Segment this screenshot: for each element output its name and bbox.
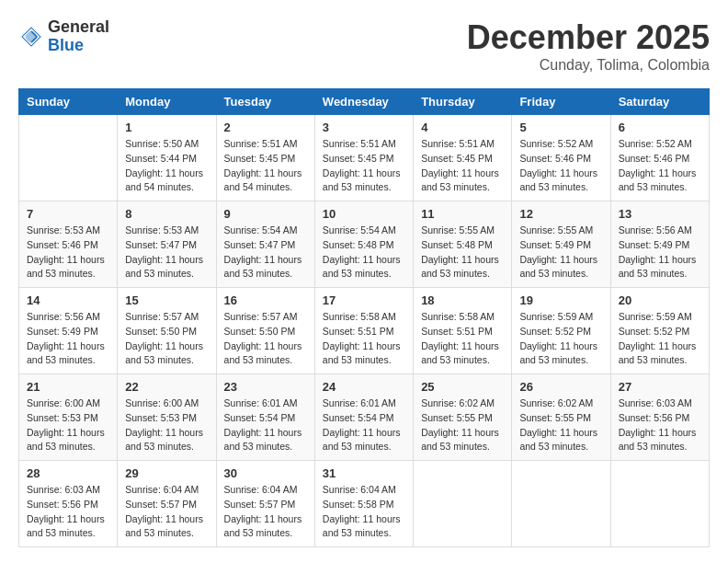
day-info: Sunrise: 5:56 AM Sunset: 5:49 PM Dayligh…: [619, 224, 701, 282]
day-number: 27: [619, 380, 701, 394]
calendar-cell: 31Sunrise: 6:04 AM Sunset: 5:58 PM Dayli…: [314, 461, 413, 547]
day-number: 30: [224, 466, 307, 480]
calendar-cell: 6Sunrise: 5:52 AM Sunset: 5:46 PM Daylig…: [610, 115, 709, 201]
day-number: 18: [421, 293, 504, 307]
day-number: 15: [125, 293, 208, 307]
day-number: 25: [421, 380, 504, 394]
logo-blue-text: Blue: [48, 37, 109, 55]
weekday-header-monday: Monday: [118, 89, 216, 115]
calendar-cell: 29Sunrise: 6:04 AM Sunset: 5:57 PM Dayli…: [118, 461, 216, 547]
day-number: 4: [421, 121, 504, 134]
week-row-3: 14Sunrise: 5:56 AM Sunset: 5:49 PM Dayli…: [19, 288, 710, 374]
calendar-cell: 12Sunrise: 5:55 AM Sunset: 5:49 PM Dayli…: [512, 201, 610, 288]
calendar-cell: 27Sunrise: 6:03 AM Sunset: 5:56 PM Dayli…: [610, 374, 709, 461]
day-number: 17: [323, 293, 405, 307]
calendar-cell: 30Sunrise: 6:04 AM Sunset: 5:57 PM Dayli…: [216, 461, 314, 547]
day-number: 5: [519, 121, 602, 134]
calendar-cell: 3Sunrise: 5:51 AM Sunset: 5:45 PM Daylig…: [314, 115, 413, 201]
calendar-cell: 9Sunrise: 5:54 AM Sunset: 5:47 PM Daylig…: [216, 201, 314, 288]
day-number: 6: [619, 121, 701, 134]
calendar-cell: 19Sunrise: 5:59 AM Sunset: 5:52 PM Dayli…: [512, 288, 610, 374]
calendar-cell: [19, 115, 118, 201]
day-info: Sunrise: 5:58 AM Sunset: 5:51 PM Dayligh…: [323, 310, 405, 368]
calendar-cell: 23Sunrise: 6:01 AM Sunset: 5:54 PM Dayli…: [216, 374, 314, 461]
day-info: Sunrise: 5:54 AM Sunset: 5:47 PM Dayligh…: [224, 224, 307, 282]
day-number: 10: [323, 207, 405, 221]
day-info: Sunrise: 5:57 AM Sunset: 5:50 PM Dayligh…: [224, 310, 307, 368]
calendar-cell: 11Sunrise: 5:55 AM Sunset: 5:48 PM Dayli…: [414, 201, 512, 288]
day-info: Sunrise: 6:02 AM Sunset: 5:55 PM Dayligh…: [519, 396, 602, 454]
day-info: Sunrise: 5:57 AM Sunset: 5:50 PM Dayligh…: [125, 310, 208, 368]
calendar-cell: 16Sunrise: 5:57 AM Sunset: 5:50 PM Dayli…: [216, 288, 314, 374]
calendar-cell: 20Sunrise: 5:59 AM Sunset: 5:52 PM Dayli…: [610, 288, 709, 374]
day-number: 19: [519, 293, 602, 307]
day-info: Sunrise: 5:53 AM Sunset: 5:46 PM Dayligh…: [27, 224, 109, 282]
weekday-header-thursday: Thursday: [414, 89, 512, 115]
weekday-header-friday: Friday: [512, 89, 610, 115]
day-number: 28: [27, 466, 109, 480]
week-row-5: 28Sunrise: 6:03 AM Sunset: 5:56 PM Dayli…: [19, 461, 710, 547]
day-info: Sunrise: 6:04 AM Sunset: 5:58 PM Dayligh…: [323, 483, 405, 541]
day-number: 11: [421, 207, 504, 221]
day-number: 12: [519, 207, 602, 221]
calendar-cell: 17Sunrise: 5:58 AM Sunset: 5:51 PM Dayli…: [314, 288, 413, 374]
day-number: 23: [224, 380, 307, 394]
day-number: 20: [619, 293, 701, 307]
day-number: 24: [323, 380, 405, 394]
calendar-cell: 13Sunrise: 5:56 AM Sunset: 5:49 PM Dayli…: [610, 201, 709, 288]
day-number: 14: [27, 293, 109, 307]
calendar-cell: 8Sunrise: 5:53 AM Sunset: 5:47 PM Daylig…: [118, 201, 216, 288]
week-row-4: 21Sunrise: 6:00 AM Sunset: 5:53 PM Dayli…: [19, 374, 710, 461]
day-number: 31: [323, 466, 405, 480]
day-info: Sunrise: 6:00 AM Sunset: 5:53 PM Dayligh…: [125, 396, 208, 454]
day-number: 16: [224, 293, 307, 307]
calendar-table: SundayMondayTuesdayWednesdayThursdayFrid…: [18, 88, 710, 547]
day-info: Sunrise: 6:03 AM Sunset: 5:56 PM Dayligh…: [619, 396, 701, 454]
day-info: Sunrise: 6:00 AM Sunset: 5:53 PM Dayligh…: [27, 396, 109, 454]
day-number: 2: [224, 121, 307, 134]
calendar-cell: 1Sunrise: 5:50 AM Sunset: 5:44 PM Daylig…: [118, 115, 216, 201]
title-section: December 2025 Cunday, Tolima, Colombia: [467, 18, 710, 74]
day-info: Sunrise: 5:51 AM Sunset: 5:45 PM Dayligh…: [323, 137, 405, 195]
header: General Blue December 2025 Cunday, Tolim…: [18, 18, 710, 74]
calendar-cell: 4Sunrise: 5:51 AM Sunset: 5:45 PM Daylig…: [414, 115, 512, 201]
calendar-cell: 14Sunrise: 5:56 AM Sunset: 5:49 PM Dayli…: [19, 288, 118, 374]
day-info: Sunrise: 5:53 AM Sunset: 5:47 PM Dayligh…: [125, 224, 208, 282]
weekday-header-wednesday: Wednesday: [314, 89, 413, 115]
calendar-cell: [610, 461, 709, 547]
weekday-header-saturday: Saturday: [610, 89, 709, 115]
day-number: 1: [125, 121, 208, 134]
day-info: Sunrise: 6:01 AM Sunset: 5:54 PM Dayligh…: [224, 396, 307, 454]
day-number: 26: [519, 380, 602, 394]
location-title: Cunday, Tolima, Colombia: [467, 57, 710, 74]
day-info: Sunrise: 6:03 AM Sunset: 5:56 PM Dayligh…: [27, 483, 109, 541]
day-info: Sunrise: 5:55 AM Sunset: 5:49 PM Dayligh…: [519, 224, 602, 282]
day-info: Sunrise: 5:58 AM Sunset: 5:51 PM Dayligh…: [421, 310, 504, 368]
calendar-cell: 5Sunrise: 5:52 AM Sunset: 5:46 PM Daylig…: [512, 115, 610, 201]
weekday-header-row: SundayMondayTuesdayWednesdayThursdayFrid…: [19, 89, 710, 115]
day-info: Sunrise: 6:02 AM Sunset: 5:55 PM Dayligh…: [421, 396, 504, 454]
day-info: Sunrise: 5:51 AM Sunset: 5:45 PM Dayligh…: [421, 137, 504, 195]
logo: General Blue: [18, 18, 109, 55]
calendar-cell: 2Sunrise: 5:51 AM Sunset: 5:45 PM Daylig…: [216, 115, 314, 201]
day-info: Sunrise: 6:04 AM Sunset: 5:57 PM Dayligh…: [125, 483, 208, 541]
calendar-cell: 26Sunrise: 6:02 AM Sunset: 5:55 PM Dayli…: [512, 374, 610, 461]
calendar-cell: 24Sunrise: 6:01 AM Sunset: 5:54 PM Dayli…: [314, 374, 413, 461]
day-info: Sunrise: 5:54 AM Sunset: 5:48 PM Dayligh…: [323, 224, 405, 282]
day-number: 21: [27, 380, 109, 394]
day-number: 22: [125, 380, 208, 394]
day-info: Sunrise: 5:52 AM Sunset: 5:46 PM Dayligh…: [519, 137, 602, 195]
calendar-cell: 28Sunrise: 6:03 AM Sunset: 5:56 PM Dayli…: [19, 461, 118, 547]
month-title: December 2025: [467, 18, 710, 57]
calendar-cell: 15Sunrise: 5:57 AM Sunset: 5:50 PM Dayli…: [118, 288, 216, 374]
calendar-cell: [414, 461, 512, 547]
day-info: Sunrise: 6:04 AM Sunset: 5:57 PM Dayligh…: [224, 483, 307, 541]
day-info: Sunrise: 6:01 AM Sunset: 5:54 PM Dayligh…: [323, 396, 405, 454]
day-number: 29: [125, 466, 208, 480]
day-number: 8: [125, 207, 208, 221]
week-row-2: 7Sunrise: 5:53 AM Sunset: 5:46 PM Daylig…: [19, 201, 710, 288]
weekday-header-sunday: Sunday: [19, 89, 118, 115]
day-number: 9: [224, 207, 307, 221]
day-info: Sunrise: 5:50 AM Sunset: 5:44 PM Dayligh…: [125, 137, 208, 195]
day-info: Sunrise: 5:59 AM Sunset: 5:52 PM Dayligh…: [619, 310, 701, 368]
